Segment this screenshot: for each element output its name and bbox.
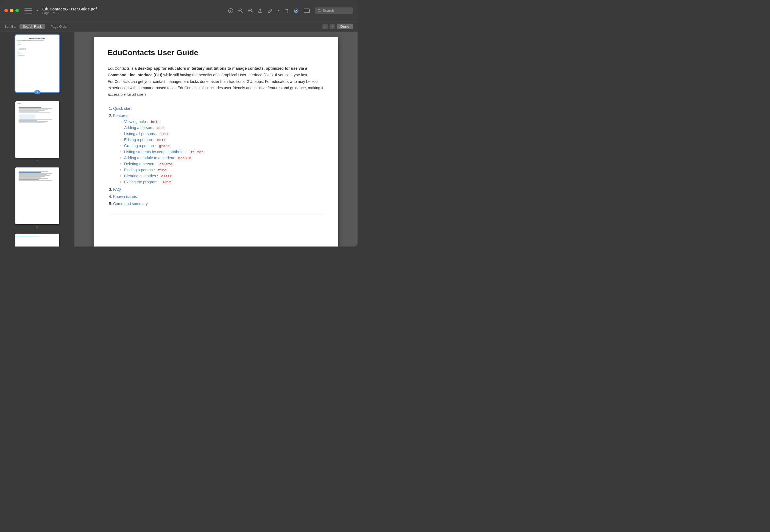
thumb-2-number: 2 (36, 159, 38, 163)
sortbar: Sort By: Search Rank Page Order ‹ › Done (0, 21, 357, 32)
toc-link-viewing-help[interactable]: Viewing help (124, 119, 146, 124)
toc-link-grading-person[interactable]: Grading a person (124, 144, 154, 148)
next-page-button[interactable]: › (329, 24, 335, 29)
page-divider (108, 214, 324, 214)
toc-subitem-listing-students: Listing students by certain attributes :… (120, 150, 324, 154)
sidebar-toggle-icon[interactable] (24, 8, 32, 13)
thumb-4[interactable] (15, 234, 59, 247)
main-content: EduContacts User Guide EduContacts is a … (0, 32, 357, 247)
page-order-button[interactable]: Page Order (47, 24, 71, 29)
toc-list: Quick start Features Viewing help : help… (113, 106, 324, 206)
toc-subitem-viewing-help: Viewing help : help (120, 119, 324, 124)
svg-rect-12 (285, 9, 288, 12)
pencil-icon[interactable] (268, 8, 273, 13)
toc-link-listing-students[interactable]: Listing students by certain attributes (124, 150, 185, 154)
pdf-page-1: EduContacts User Guide EduContacts is a … (94, 37, 338, 247)
thumbnail-page-1[interactable]: EduContacts User Guide EduContacts is a … (2, 35, 72, 97)
maximize-button[interactable] (15, 9, 19, 12)
thumbnail-page-4[interactable] (2, 234, 72, 247)
keyboard-icon[interactable] (304, 9, 310, 13)
code-list: list (159, 132, 170, 136)
thumb-2[interactable]: Features (15, 101, 59, 158)
pencil-chevron-icon[interactable]: ▾ (278, 9, 279, 12)
thumb-3-number: 3 (36, 225, 38, 229)
thumb-1[interactable]: EduContacts User Guide EduContacts is a … (15, 35, 59, 92)
nav-buttons: ‹ › Done (322, 24, 353, 29)
toc-subitem-adding-module: Adding a module to a student: module (120, 156, 324, 160)
thumb-3[interactable] (15, 167, 59, 224)
svg-point-23 (318, 9, 320, 12)
toc-link-exiting-program[interactable]: Exiting the program (124, 180, 157, 184)
pdf-intro-text: EduContacts is a desktop app for educato… (108, 65, 324, 98)
toc-item-1: Quick start (113, 106, 324, 111)
toc-subitem-clearing-entries: Clearing all entries : clear (120, 174, 324, 178)
toolbar-icons: i (228, 7, 353, 14)
toc-subitem-finding-person: Finding a person : find (120, 168, 324, 172)
pdf-content-area[interactable]: EduContacts User Guide EduContacts is a … (75, 32, 357, 247)
done-button[interactable]: Done (337, 24, 353, 29)
toc-subitem-listing-persons: Listing all persons : list (120, 131, 324, 136)
toc-link-command-summary[interactable]: Command summary (113, 201, 148, 206)
accessibility-icon[interactable]: ♿ (294, 8, 299, 13)
toc-link-known-issues[interactable]: Known issues (113, 194, 137, 199)
toc-link-editing-person[interactable]: Editing a person (124, 138, 152, 142)
info-icon[interactable]: i (228, 8, 233, 13)
svg-line-8 (251, 12, 252, 13)
window-page-info: Page 1 of 12 (42, 11, 225, 15)
toc-item-5: Command summary (113, 201, 324, 206)
toc-link-finding-person[interactable]: Finding a person (124, 168, 153, 172)
close-button[interactable] (4, 9, 8, 12)
code-add: add (156, 126, 165, 130)
page-1-badge: 1 (34, 90, 40, 94)
toc-item-3: FAQ (113, 187, 324, 192)
thumbnail-page-3[interactable]: 3 (2, 167, 72, 229)
svg-line-4 (242, 12, 242, 13)
toc-link-deleting-person[interactable]: Deleting a person (124, 162, 154, 166)
pdf-page-title: EduContacts User Guide (108, 48, 324, 57)
toc-subitem-adding-person: Adding a person : add (120, 125, 324, 130)
prev-page-button[interactable]: ‹ (322, 24, 328, 29)
zoom-in-icon[interactable] (248, 8, 253, 13)
toc-features-sublist: Viewing help : help Adding a person : ad… (120, 119, 324, 184)
search-icon (317, 9, 321, 12)
window-filename: EduContacts.-.User.Guide.pdf (42, 7, 225, 11)
toc-item-4: Known issues (113, 194, 324, 199)
chevron-down-icon[interactable]: ▾ (37, 9, 38, 12)
svg-rect-17 (304, 9, 309, 13)
search-rank-button[interactable]: Search Rank (19, 24, 45, 29)
search-input-label: Search (323, 9, 334, 13)
code-delete: delete (158, 162, 173, 167)
code-find: find (156, 168, 168, 173)
toc-link-adding-module[interactable]: Adding a module to a student (124, 156, 174, 160)
toc-link-adding-person[interactable]: Adding a person (124, 125, 152, 130)
code-edit: edit (156, 138, 167, 142)
svg-line-24 (320, 11, 321, 12)
code-grade: grade (158, 144, 171, 149)
search-bar[interactable]: Search (315, 7, 353, 14)
code-help: help (150, 120, 161, 124)
toc-subitem-editing-person: Editing a person : edit (120, 138, 324, 142)
toc-subitem-grading-person: Grading a person : grade (120, 144, 324, 148)
share-icon[interactable] (258, 8, 263, 13)
code-exit: exit (161, 180, 172, 185)
code-module: module (177, 156, 192, 161)
svg-text:♿: ♿ (295, 9, 298, 13)
toc-link-clearing-entries[interactable]: Clearing all entries (124, 174, 156, 178)
svg-text:i: i (230, 9, 231, 12)
zoom-out-icon[interactable] (238, 8, 243, 13)
toc-item-2: Features Viewing help : help Adding a pe… (113, 113, 324, 184)
svg-line-11 (270, 10, 271, 11)
titlebar: ▾ EduContacts.-.User.Guide.pdf Page 1 of… (0, 0, 357, 21)
toc-link-features[interactable]: Features (113, 113, 128, 118)
toc-subitem-deleting-person: Deleting a person : delete (120, 162, 324, 166)
sidebar: EduContacts User Guide EduContacts is a … (0, 32, 75, 247)
title-section: EduContacts.-.User.Guide.pdf Page 1 of 1… (42, 7, 225, 15)
minimize-button[interactable] (10, 9, 13, 12)
thumbnail-page-2[interactable]: Features (2, 101, 72, 163)
toc-link-quick-start[interactable]: Quick start (113, 106, 131, 111)
toc-link-faq[interactable]: FAQ (113, 187, 121, 192)
toc-link-listing-persons[interactable]: Listing all persons (124, 131, 155, 136)
code-filter: filter (189, 150, 205, 155)
crop-icon[interactable] (284, 8, 289, 13)
toc-subitem-exiting-program: Exiting the program : exit (120, 180, 324, 184)
